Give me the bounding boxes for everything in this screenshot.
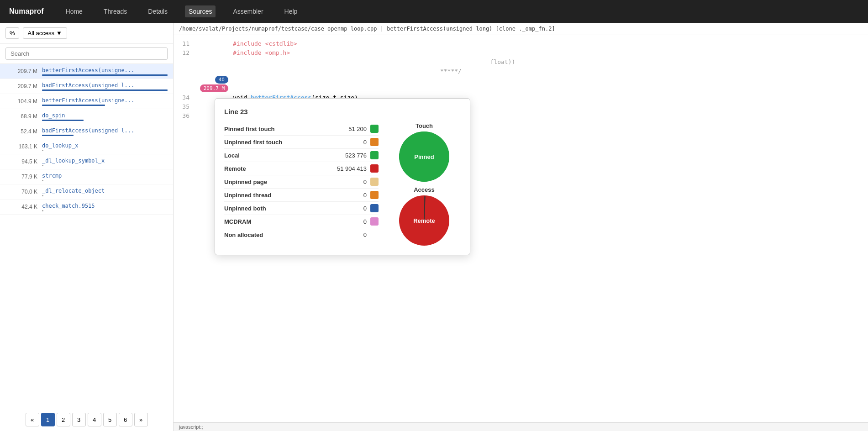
tooltip-row-color — [370, 151, 379, 159]
page-number-button[interactable]: 4 — [88, 413, 101, 426]
sidebar: % All access ▼ 209.7 M betterFirstAccess… — [0, 23, 174, 431]
page-number-button[interactable]: 3 — [72, 413, 86, 426]
page-next-button[interactable]: » — [134, 413, 148, 426]
tooltip-row-color — [370, 125, 379, 133]
function-list-item[interactable]: 42.4 K check_match.9515 — [0, 200, 173, 215]
func-bar-container — [42, 74, 168, 76]
tooltip-row-color — [370, 138, 379, 146]
func-name: badFirstAccess(unsigned l... — [42, 127, 134, 134]
function-list-item[interactable]: 209.7 M betterFirstAccess(unsigne... — [0, 64, 173, 79]
tooltip-row-value: 0 — [330, 218, 367, 225]
func-value: 68.9 M — [5, 113, 37, 120]
func-name: badFirstAccess(unsigned l... — [42, 82, 134, 89]
func-name: _dl_lookup_symbol_x — [42, 158, 105, 164]
func-bar-container — [42, 210, 168, 211]
func-bar — [42, 135, 74, 136]
tooltip-table: Pinned first touch 51 200 Unpinned first… — [224, 122, 379, 246]
tooltip-row-label: Unpinned page — [224, 179, 330, 185]
code-line-spacer: float)) — [174, 57, 868, 66]
tooltip-row-label: Non allocated — [224, 231, 330, 238]
sidebar-toolbar: % All access ▼ — [0, 23, 173, 44]
func-value: 209.7 M — [5, 68, 37, 74]
tooltip-row: Pinned first touch 51 200 — [224, 122, 379, 136]
line-number: 36 — [174, 112, 196, 119]
line-number: 12 — [174, 49, 196, 56]
tooltip-body: Pinned first touch 51 200 Unpinned first… — [224, 122, 461, 246]
page-number-button[interactable]: 1 — [41, 413, 55, 426]
func-name: _dl_relocate_object — [42, 188, 105, 194]
func-name: check_match.9515 — [42, 203, 95, 209]
function-list-item[interactable]: 77.9 K strcmp — [0, 169, 173, 184]
page-number-button[interactable]: 5 — [103, 413, 117, 426]
tooltip-row-value: 0 — [330, 231, 367, 238]
nav-details[interactable]: Details — [144, 5, 171, 17]
search-container — [0, 44, 173, 64]
func-item-inner: betterFirstAccess(unsigne... — [42, 97, 168, 106]
func-bar-container — [42, 105, 168, 106]
tooltip-row-label: Unpinned both — [224, 205, 330, 212]
tooltip-overlay: Line 23 Pinned first touch 51 200 Unpinn… — [215, 98, 470, 255]
tooltip-row: Local 523 776 — [224, 149, 379, 162]
tooltip-row-value: 51 904 413 — [330, 165, 367, 172]
func-bar-container — [42, 120, 168, 121]
func-value: 209.7 M — [5, 83, 37, 89]
percent-button[interactable]: % — [5, 27, 19, 39]
status-bar: javascript:; — [174, 422, 868, 431]
tooltip-row-label: Unpinned thread — [224, 192, 330, 199]
func-item-inner: do_spin — [42, 112, 168, 121]
func-bar — [42, 195, 43, 196]
function-list: 209.7 M betterFirstAccess(unsigne... 209… — [0, 64, 173, 408]
tooltip-row-value: 0 — [330, 139, 367, 146]
func-item-inner: _dl_relocate_object — [42, 187, 168, 196]
tooltip-row-value: 0 — [330, 179, 367, 185]
func-bar-container — [42, 165, 168, 166]
tooltip-title: Line 23 — [224, 108, 461, 116]
func-bar-container — [42, 150, 168, 151]
func-bar-container — [42, 195, 168, 196]
func-item-inner: _dl_lookup_symbol_x — [42, 157, 168, 166]
badge-pink: 209.7 M — [200, 84, 228, 92]
search-input[interactable] — [5, 47, 168, 60]
tooltip-row: Unpinned both 0 — [224, 202, 379, 215]
function-list-item[interactable]: 94.5 K _dl_lookup_symbol_x — [0, 154, 173, 169]
func-value: 52.4 M — [5, 128, 37, 135]
code-line: 12 #include <omp.h> — [174, 48, 868, 57]
function-list-item[interactable]: 163.1 K do_lookup_x — [0, 139, 173, 154]
nav-sources[interactable]: Sources — [185, 5, 216, 17]
page-prev-button[interactable]: « — [26, 413, 39, 426]
app-brand: Numaprof — [9, 7, 44, 16]
page-number-button[interactable]: 6 — [119, 413, 132, 426]
func-item-inner: do_lookup_x — [42, 142, 168, 151]
func-name: strcmp — [42, 173, 62, 179]
tooltip-row-label: Local — [224, 152, 330, 159]
chevron-down-icon: ▼ — [56, 30, 62, 37]
nav-assembler[interactable]: Assembler — [229, 5, 267, 17]
nav-home[interactable]: Home — [62, 5, 86, 17]
func-value: 104.9 M — [5, 98, 37, 105]
func-value: 77.9 K — [5, 173, 37, 180]
access-dropdown-button[interactable]: All access ▼ — [23, 27, 67, 39]
func-bar-container — [42, 135, 168, 136]
touch-chart-section: Touch Pinned — [399, 122, 449, 182]
func-bar-container — [42, 180, 168, 181]
tooltip-row-value: 51 200 — [330, 126, 367, 132]
function-list-item[interactable]: 104.9 M betterFirstAccess(unsigne... — [0, 94, 173, 109]
function-list-item[interactable]: 52.4 M badFirstAccess(unsigned l... — [0, 124, 173, 139]
content-area: /home/svalat/Projects/numaprof/testcase/… — [174, 23, 868, 431]
touch-pie-chart: Pinned — [399, 131, 449, 182]
nav-threads[interactable]: Threads — [100, 5, 131, 17]
main-layout: % All access ▼ 209.7 M betterFirstAccess… — [0, 23, 868, 431]
func-bar-container — [42, 89, 168, 91]
function-list-item[interactable]: 209.7 M badFirstAccess(unsigned l... — [0, 79, 173, 94]
func-bar — [42, 105, 105, 106]
tooltip-row: Unpinned thread 0 — [224, 189, 379, 202]
page-number-button[interactable]: 2 — [57, 413, 70, 426]
code-text: #include <cstdlib> — [233, 40, 868, 47]
tooltip-row: Non allocated 0 — [224, 228, 379, 241]
tooltip-row: Unpinned first touch 0 — [224, 136, 379, 149]
function-list-item[interactable]: 68.9 M do_spin — [0, 109, 173, 124]
func-bar — [42, 74, 168, 76]
nav-help[interactable]: Help — [281, 5, 301, 17]
code-text: float)) — [233, 58, 868, 65]
function-list-item[interactable]: 70.0 K _dl_relocate_object — [0, 184, 173, 200]
